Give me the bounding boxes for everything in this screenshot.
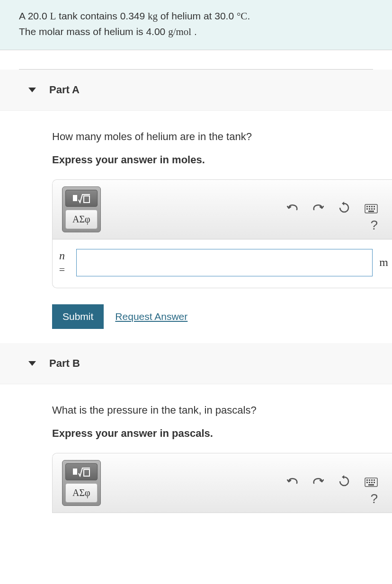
svg-rect-5 [371, 206, 373, 207]
redo-icon[interactable] [308, 476, 329, 490]
problem-statement: A 20.0 L tank contains 0.349 kg of heliu… [0, 0, 392, 50]
part-b-body: What is the pressure in the tank, in pas… [0, 384, 392, 513]
reset-icon[interactable] [333, 202, 355, 217]
svg-rect-21 [371, 482, 373, 483]
reset-icon[interactable] [333, 475, 355, 491]
problem-text: . [247, 10, 250, 21]
problem-text: The molar mass of helium is 4.00 [19, 26, 168, 37]
svg-rect-17 [371, 479, 373, 481]
help-button[interactable]: ? [363, 215, 385, 236]
part-b-instruction: Express your answer in pascals. [52, 427, 392, 440]
caret-down-icon [28, 361, 36, 366]
svg-rect-7 [366, 208, 368, 210]
help-button[interactable]: ? [363, 488, 385, 509]
unit-gmol: g/mol [168, 26, 191, 37]
svg-rect-11 [368, 211, 374, 212]
math-templates-button[interactable] [65, 190, 98, 207]
svg-rect-19 [366, 482, 368, 483]
svg-rect-18 [374, 479, 375, 481]
svg-rect-12 [73, 469, 77, 475]
problem-text: tank contains 0.349 [56, 10, 148, 21]
actions-a: Submit Request Answer [52, 304, 392, 329]
greek-symbols-button[interactable]: ΑΣφ [65, 483, 98, 503]
sqrt-template-icon [72, 193, 90, 204]
submit-button[interactable]: Submit [52, 304, 104, 329]
part-a-header[interactable]: Part A [0, 70, 392, 111]
part-b-title: Part B [49, 357, 80, 370]
math-templates-button[interactable] [65, 463, 98, 480]
part-b-question: What is the pressure in the tank, in pas… [52, 403, 392, 418]
svg-rect-6 [374, 206, 375, 207]
svg-rect-20 [369, 482, 370, 483]
answer-box-b: ΑΣφ ? [52, 453, 392, 513]
svg-rect-23 [368, 484, 374, 486]
svg-rect-13 [84, 469, 89, 476]
variable-n: n [59, 249, 65, 262]
svg-rect-22 [374, 482, 375, 483]
undo-icon[interactable] [282, 476, 303, 490]
svg-rect-1 [84, 196, 89, 203]
redo-icon[interactable] [308, 202, 329, 217]
caret-down-icon [28, 88, 36, 92]
part-a-title: Part A [49, 84, 80, 96]
svg-rect-16 [369, 479, 370, 481]
problem-text: of helium at 30.0 [158, 10, 237, 21]
input-row-a: n= m [53, 239, 392, 288]
greek-symbols-button[interactable]: ΑΣφ [65, 210, 98, 229]
problem-text: A 20.0 [19, 10, 50, 21]
toolbar-group: ΑΣφ [62, 186, 101, 232]
svg-rect-15 [366, 479, 368, 481]
unit-l: L [50, 10, 56, 22]
svg-rect-3 [366, 206, 368, 207]
answer-box-a: ΑΣφ ? n= m [52, 179, 392, 288]
answer-input-a[interactable] [76, 249, 373, 276]
svg-rect-8 [369, 208, 370, 210]
part-a-body: How many moles of helium are in the tank… [0, 111, 392, 343]
equals-sign: = [59, 264, 65, 275]
sqrt-template-icon [72, 467, 90, 477]
undo-icon[interactable] [282, 202, 303, 217]
svg-rect-0 [73, 195, 77, 201]
problem-text: . [191, 26, 197, 37]
svg-rect-9 [371, 208, 373, 210]
unit-c: °C [237, 10, 247, 22]
svg-rect-10 [374, 208, 375, 210]
part-a-instruction: Express your answer in moles. [52, 154, 392, 166]
unit-label: m [373, 256, 392, 269]
toolbar-group: ΑΣφ [62, 460, 101, 506]
unit-kg: kg [148, 10, 158, 22]
toolbar-a: ΑΣφ [53, 180, 392, 239]
request-answer-link[interactable]: Request Answer [115, 311, 187, 322]
part-a-question: How many moles of helium are in the tank… [52, 130, 392, 144]
toolbar-b: ΑΣφ [53, 453, 392, 513]
part-b-header[interactable]: Part B [0, 343, 392, 384]
svg-rect-4 [369, 206, 370, 207]
variable-label: n= [53, 249, 76, 276]
